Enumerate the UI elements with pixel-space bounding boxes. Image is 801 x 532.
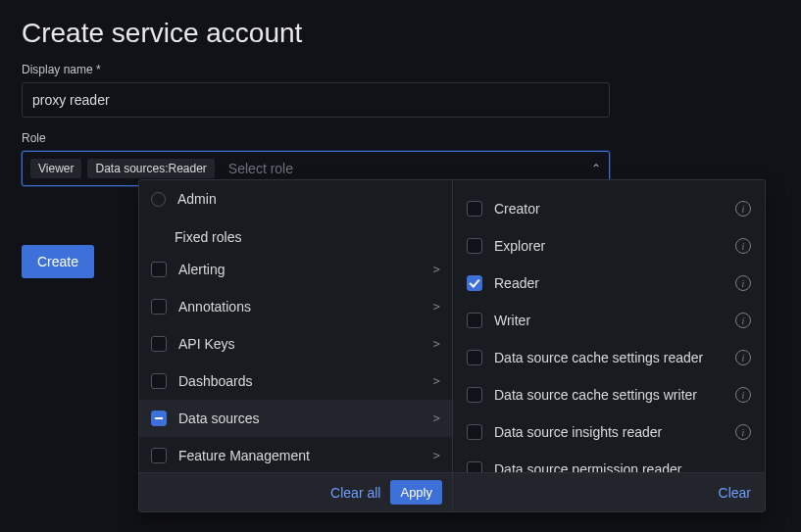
checkbox-icon[interactable] — [467, 275, 482, 291]
display-name-input[interactable] — [22, 82, 610, 118]
dropdown-right-footer: Clear — [453, 472, 765, 511]
subrole-permission-reader[interactable]: Data source permission reader — [453, 451, 765, 472]
role-admin-option[interactable]: Admin — [139, 180, 452, 218]
fixed-roles-heading: Fixed roles — [139, 218, 452, 251]
info-icon[interactable]: i — [735, 424, 751, 440]
info-icon[interactable]: i — [735, 350, 751, 365]
chevron-right-icon: > — [433, 411, 440, 425]
category-feature-management[interactable]: Feature Management > — [139, 437, 452, 472]
checkbox-icon[interactable] — [467, 238, 482, 254]
category-data-sources[interactable]: Data sources > — [139, 400, 452, 437]
create-button[interactable]: Create — [22, 245, 94, 278]
chevron-right-icon: > — [433, 449, 440, 462]
checkbox-icon[interactable] — [151, 262, 167, 277]
checkbox-icon[interactable] — [467, 461, 482, 472]
category-alerting[interactable]: Alerting > — [139, 251, 452, 288]
role-chip-datasources-reader[interactable]: Data sources:Reader — [87, 159, 214, 178]
checkbox-icon[interactable] — [151, 373, 167, 389]
info-icon[interactable]: i — [735, 313, 751, 328]
checkbox-icon[interactable] — [467, 350, 482, 365]
checkbox-icon[interactable] — [151, 448, 167, 463]
category-annotations[interactable]: Annotations > — [139, 288, 452, 325]
checkbox-icon[interactable] — [467, 201, 482, 217]
clear-button[interactable]: Clear — [719, 485, 751, 501]
chevron-right-icon: > — [433, 337, 440, 351]
chevron-right-icon: > — [433, 300, 440, 314]
role-placeholder: Select role — [228, 161, 591, 176]
subrole-cache-reader[interactable]: Data source cache settings reader i — [453, 339, 765, 376]
subrole-writer[interactable]: Writer i — [453, 302, 765, 339]
clear-all-button[interactable]: Clear all — [330, 485, 380, 501]
radio-icon — [151, 192, 166, 207]
subrole-insights-reader[interactable]: Data source insights reader i — [453, 413, 765, 451]
display-name-label: Display name * — [22, 63, 779, 76]
subrole-explorer[interactable]: Explorer i — [453, 227, 765, 265]
info-icon[interactable]: i — [735, 275, 751, 291]
role-admin-label: Admin — [177, 191, 440, 207]
role-dropdown: Admin Fixed roles Alerting > Annotations… — [138, 179, 766, 512]
checkbox-icon[interactable] — [151, 411, 167, 426]
chevron-right-icon: > — [433, 263, 440, 276]
page-title: Create service account — [22, 18, 779, 49]
chevron-up-icon: ⌃ — [591, 162, 601, 175]
category-dashboards[interactable]: Dashboards > — [139, 363, 452, 400]
role-subroles-panel: Creator i Explorer i Reader i Writer i — [453, 180, 765, 511]
checkbox-icon[interactable] — [467, 424, 482, 440]
apply-button[interactable]: Apply — [390, 480, 442, 505]
role-chip-viewer[interactable]: Viewer — [30, 159, 81, 178]
checkbox-icon[interactable] — [151, 299, 167, 314]
info-icon[interactable]: i — [735, 201, 751, 217]
checkbox-icon[interactable] — [467, 387, 482, 403]
info-icon[interactable]: i — [735, 387, 751, 403]
info-icon[interactable]: i — [735, 238, 751, 254]
subrole-reader[interactable]: Reader i — [453, 265, 765, 302]
checkbox-icon[interactable] — [467, 313, 482, 328]
role-categories-panel: Admin Fixed roles Alerting > Annotations… — [139, 180, 453, 511]
chevron-right-icon: > — [433, 374, 440, 388]
role-label: Role — [22, 131, 779, 145]
dropdown-left-footer: Clear all Apply — [139, 472, 452, 511]
subrole-creator[interactable]: Creator i — [453, 190, 765, 227]
subrole-cache-writer[interactable]: Data source cache settings writer i — [453, 376, 765, 413]
checkbox-icon[interactable] — [151, 336, 167, 352]
category-api-keys[interactable]: API Keys > — [139, 325, 452, 363]
